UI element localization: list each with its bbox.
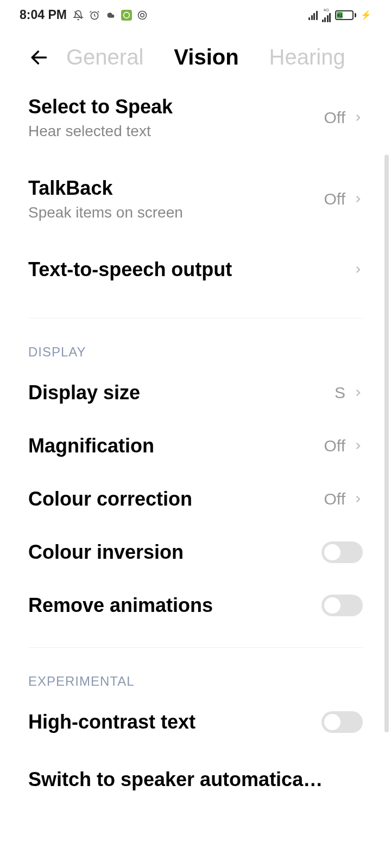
tabs: General Vision Hearing xyxy=(66,45,345,69)
section-display: DISPLAY xyxy=(28,318,363,366)
chevron-right-icon xyxy=(353,388,363,398)
status-bar: 8:04 PM 4G 41 xyxy=(0,0,391,30)
mute-icon xyxy=(72,9,84,21)
item-title: Switch to speaker automatica… xyxy=(28,768,363,791)
item-display-size[interactable]: Display size S xyxy=(28,366,363,419)
item-colour-correction[interactable]: Colour correction Off xyxy=(28,473,363,526)
item-select-to-speak[interactable]: Select to Speak Hear selected text Off xyxy=(28,80,363,155)
item-title: Text-to-speech output xyxy=(28,258,353,281)
status-right: 4G 41 ⚡ xyxy=(308,8,371,22)
chevron-right-icon xyxy=(353,441,363,451)
status-icons-left xyxy=(72,9,148,21)
item-magnification[interactable]: Magnification Off xyxy=(28,419,363,473)
toggle-high-contrast[interactable] xyxy=(321,711,363,733)
item-value: Off xyxy=(324,490,345,508)
scroll-indicator[interactable] xyxy=(384,155,389,732)
item-value: Off xyxy=(324,190,345,208)
item-title: Display size xyxy=(28,381,335,404)
tab-hearing[interactable]: Hearing xyxy=(269,45,345,69)
status-time: 8:04 PM xyxy=(20,8,67,22)
item-title: Select to Speak xyxy=(28,95,324,118)
svg-point-2 xyxy=(138,11,146,19)
back-button[interactable] xyxy=(28,47,50,68)
toggle-remove-animations[interactable] xyxy=(321,595,363,616)
cloud-icon xyxy=(105,9,117,21)
item-switch-speaker[interactable]: Switch to speaker automatica… xyxy=(28,749,363,806)
item-value: Off xyxy=(324,108,345,127)
battery-icon: 41 xyxy=(335,10,356,20)
item-title: Magnification xyxy=(28,435,324,457)
item-talkback[interactable]: TalkBack Speak items on screen Off xyxy=(28,155,363,237)
chevron-right-icon xyxy=(353,494,363,504)
item-value: S xyxy=(335,384,345,402)
signal-icon xyxy=(308,10,318,20)
item-sub: Speak items on screen xyxy=(28,204,324,221)
tab-general[interactable]: General xyxy=(66,45,143,69)
tab-vision[interactable]: Vision xyxy=(174,45,238,69)
item-remove-animations[interactable]: Remove animations xyxy=(28,579,363,632)
item-value: Off xyxy=(324,437,345,455)
tab-header: General Vision Hearing xyxy=(0,30,391,80)
chevron-right-icon xyxy=(353,265,363,275)
svg-point-1 xyxy=(124,12,130,18)
dnd-icon xyxy=(136,9,148,21)
toggle-colour-inversion[interactable] xyxy=(321,541,363,563)
alarm-icon xyxy=(89,9,100,21)
item-title: Colour correction xyxy=(28,488,324,510)
section-experimental: EXPERIMENTAL xyxy=(28,648,363,695)
chevron-right-icon xyxy=(353,113,363,123)
item-title: Remove animations xyxy=(28,594,321,617)
item-sub: Hear selected text xyxy=(28,123,324,140)
item-title: Colour inversion xyxy=(28,541,321,564)
item-tts[interactable]: Text-to-speech output xyxy=(28,237,363,303)
item-title: High-contrast text xyxy=(28,711,321,733)
status-left: 8:04 PM xyxy=(20,8,148,22)
item-colour-inversion[interactable]: Colour inversion xyxy=(28,526,363,579)
content: Select to Speak Hear selected text Off T… xyxy=(0,80,391,806)
item-title: TalkBack xyxy=(28,177,324,200)
signal-4g-icon: 4G xyxy=(322,8,331,22)
charging-icon: ⚡ xyxy=(361,10,371,20)
item-high-contrast[interactable]: High-contrast text xyxy=(28,695,363,749)
app-icon xyxy=(121,10,132,21)
chevron-right-icon xyxy=(353,194,363,204)
